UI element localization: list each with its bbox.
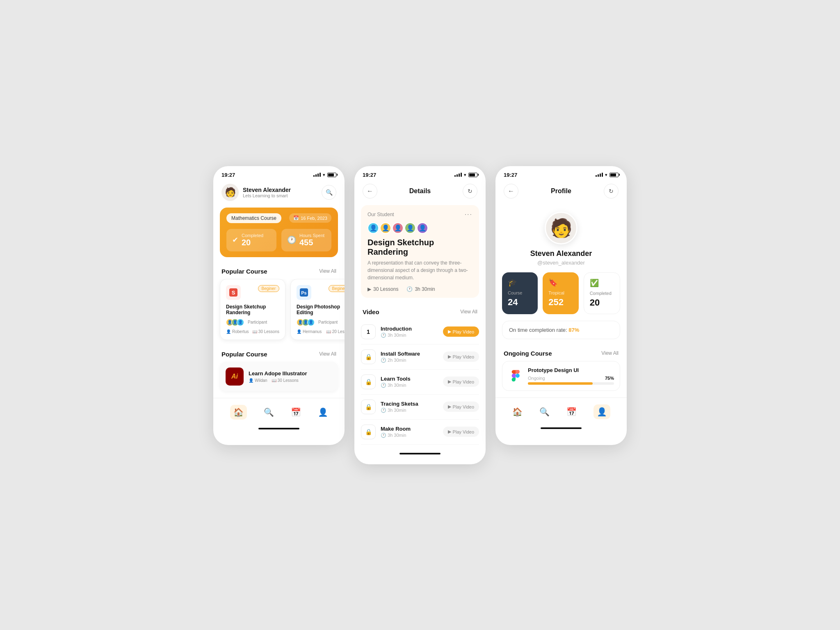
participant-label-2: Participant bbox=[318, 320, 338, 324]
home-icon: 🏠 bbox=[230, 405, 247, 420]
course-cards-list: S Beginer Design Sketchup Randering 👤 👤 … bbox=[213, 279, 345, 347]
lessons-count: ▶ 30 Lessons bbox=[368, 286, 398, 292]
signal-icon-3 bbox=[596, 173, 603, 177]
profile-nav-calendar[interactable]: 📅 bbox=[562, 405, 582, 418]
profile-back-button[interactable]: ← bbox=[504, 184, 518, 199]
video-name-5: Make Room bbox=[381, 426, 438, 432]
section-title: Popular Course bbox=[221, 268, 267, 275]
svg-text:Ps: Ps bbox=[301, 290, 306, 295]
video-section-header: Video View All bbox=[354, 304, 486, 320]
search-icon-3: 🔍 bbox=[539, 407, 550, 417]
battery-icon-3 bbox=[609, 173, 619, 177]
ai-course-row[interactable]: Ai Learn Adope Illustrator 👤 Wildan 📖 30… bbox=[220, 362, 338, 391]
user-subtitle: Lets Learning to smart bbox=[243, 193, 291, 198]
status-time-3: 19:27 bbox=[504, 172, 517, 178]
course-date: 📅 16 Feb, 2023 bbox=[289, 213, 331, 223]
students-label: Our Student bbox=[368, 212, 394, 217]
view-all-link[interactable]: View All bbox=[319, 268, 336, 274]
progress-bar-fill bbox=[528, 382, 593, 385]
level-badge-2: Beginer bbox=[329, 285, 345, 292]
popular-course-header-2: Popular Course View All bbox=[213, 347, 345, 362]
wifi-icon-3: ▾ bbox=[605, 172, 607, 178]
wifi-icon: ▾ bbox=[323, 172, 325, 178]
play-button-5[interactable]: ▶ Play Video bbox=[443, 427, 479, 437]
profile-refresh-button[interactable]: ↻ bbox=[604, 184, 619, 199]
profile-handle: @steven_alexander bbox=[537, 260, 585, 266]
video-item-3[interactable]: 🔒 Learn Tools 🕐 3h 30min ▶ Play Video bbox=[361, 370, 479, 395]
participant-avatars: 👤 👤 👤 bbox=[226, 319, 242, 326]
profile-nav-search[interactable]: 🔍 bbox=[534, 405, 555, 418]
course-stat-label: Course bbox=[508, 290, 522, 295]
play-icon-2: ▶ bbox=[448, 354, 451, 359]
search-button[interactable]: 🔍 bbox=[322, 185, 336, 200]
ai-course-name: Learn Adope Illustrator bbox=[249, 370, 307, 377]
completed-stat-card: ✅ Completed 20 bbox=[584, 272, 620, 314]
video-view-all[interactable]: View All bbox=[460, 309, 477, 315]
completion-label: On time completion rate: bbox=[509, 327, 567, 333]
ongoing-card[interactable]: Prototype Design UI Ongoing 75% bbox=[502, 361, 620, 391]
details-header: ← Details ↻ bbox=[354, 180, 486, 205]
course-title: Design Sketchup Randering bbox=[368, 238, 472, 257]
profile-title: Profile bbox=[551, 187, 571, 195]
refresh-button[interactable]: ↻ bbox=[463, 184, 477, 199]
progress-label: Ongoing bbox=[528, 376, 545, 381]
home-icon-3: 🏠 bbox=[512, 407, 523, 417]
clock-icon: 🕐 bbox=[287, 235, 296, 244]
profile-stats: 🎓 Course 24 🔖 Tropical 252 ✅ Completed 2… bbox=[495, 272, 627, 321]
hours-stat: 🕐 Hours Spent 455 bbox=[281, 229, 331, 251]
course-lessons-2: 📖 20 Less... bbox=[326, 329, 345, 334]
video-item-4[interactable]: 🔒 Tracing Sketsa 🕐 3h 30min ▶ Play Video bbox=[361, 395, 479, 420]
student-avatars: 👤 👤 👤 👤 👤 bbox=[368, 222, 472, 234]
course-card-1[interactable]: S Beginer Design Sketchup Randering 👤 👤 … bbox=[220, 279, 285, 340]
duration-info: 🕐 3h 30min bbox=[406, 286, 435, 292]
course-stat-icon: 🎓 bbox=[508, 278, 517, 287]
page-title: Details bbox=[409, 187, 431, 195]
nav-profile[interactable]: 👤 bbox=[313, 406, 333, 419]
more-options[interactable]: ··· bbox=[465, 211, 472, 218]
play-button-2[interactable]: ▶ Play Video bbox=[443, 352, 479, 362]
video-item-2[interactable]: 🔒 Install Software 🕐 2h 30min ▶ Play Vid… bbox=[361, 345, 479, 370]
ongoing-view-all[interactable]: View All bbox=[601, 350, 619, 356]
play-icon-5: ▶ bbox=[448, 429, 451, 434]
status-bar-2: 19:27 ▾ bbox=[354, 166, 486, 180]
battery-icon bbox=[327, 173, 336, 177]
video-title: Video bbox=[363, 308, 379, 315]
status-icons-2: ▾ bbox=[454, 172, 477, 178]
play-button-4[interactable]: ▶ Play Video bbox=[443, 402, 479, 412]
calendar-icon: 📅 bbox=[291, 407, 301, 417]
avatar: 🧑 bbox=[221, 184, 239, 201]
status-icons: ▾ bbox=[313, 172, 336, 178]
tropical-stat-icon: 🔖 bbox=[548, 278, 557, 287]
video-name-3: Learn Tools bbox=[381, 376, 438, 382]
play-button-3[interactable]: ▶ Play Video bbox=[443, 377, 479, 387]
video-name-2: Install Software bbox=[381, 351, 438, 357]
status-bar: 19:27 ▾ bbox=[213, 166, 345, 180]
lock-icon-2: 🔒 bbox=[361, 349, 376, 364]
profile-nav-icon: 👤 bbox=[318, 407, 328, 417]
play-button-1[interactable]: ▶ Play Video bbox=[443, 326, 479, 337]
profile-nav-home[interactable]: 🏠 bbox=[507, 405, 527, 418]
ongoing-course-name: Prototype Design UI bbox=[528, 367, 614, 373]
status-time: 19:27 bbox=[221, 172, 235, 178]
back-button[interactable]: ← bbox=[363, 184, 377, 199]
ai-course-icon: Ai bbox=[226, 368, 244, 386]
course-icon-2: Ps bbox=[297, 285, 311, 300]
video-item-1[interactable]: 1 Introduction 🕐 3h 30min ▶ Play Video bbox=[361, 320, 479, 345]
video-item-5[interactable]: 🔒 Make Room 🕐 3h 30min ▶ Play Video bbox=[361, 420, 479, 445]
profile-info: 🧑 Steven Alexander @steven_alexander bbox=[495, 205, 627, 272]
nav-search[interactable]: 🔍 bbox=[259, 406, 279, 419]
view-all-link-2[interactable]: View All bbox=[319, 351, 336, 357]
profile-nav-profile[interactable]: 👤 bbox=[589, 403, 615, 421]
nav-calendar[interactable]: 📅 bbox=[286, 406, 306, 419]
figma-icon bbox=[508, 368, 523, 383]
course-card-2[interactable]: Ps Beginer Design Photoshop Editing 👤 👤 … bbox=[290, 279, 345, 340]
completion-percentage: 87% bbox=[568, 327, 579, 333]
section-title-2: Popular Course bbox=[221, 351, 267, 358]
completed-stat-label: Completed bbox=[590, 291, 612, 296]
status-bar-3: 19:27 ▾ bbox=[495, 166, 627, 180]
nav-home[interactable]: 🏠 bbox=[225, 403, 252, 421]
home-header: 🧑 Steven Alexander Lets Learning to smar… bbox=[213, 180, 345, 208]
video-list: 1 Introduction 🕐 3h 30min ▶ Play Video 🔒… bbox=[354, 320, 486, 445]
course-description: A representation that can convey the thr… bbox=[368, 259, 472, 281]
completed-stat-value: 20 bbox=[590, 297, 600, 308]
